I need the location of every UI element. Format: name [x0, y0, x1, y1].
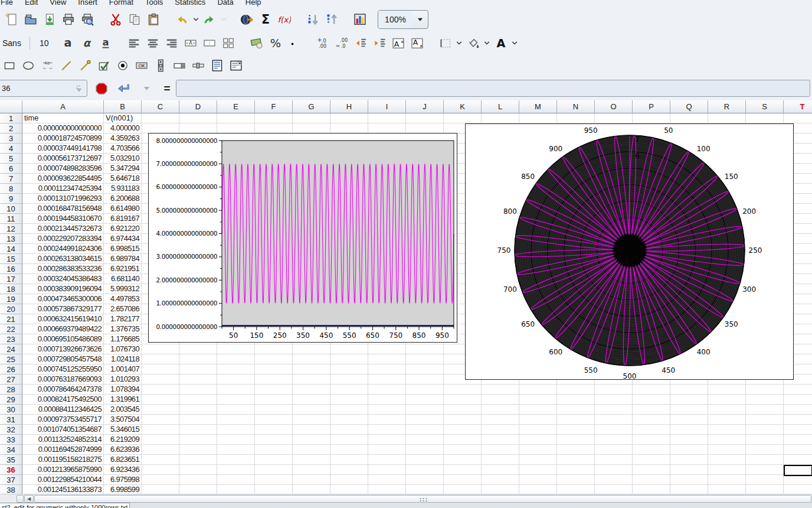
- sheet-cell[interactable]: [633, 385, 670, 395]
- scrollbar-thumb[interactable]: [34, 495, 811, 503]
- borders-dropdown-button[interactable]: [455, 34, 464, 52]
- sheet-cell[interactable]: [444, 415, 482, 425]
- sheet-cell[interactable]: [255, 375, 293, 385]
- cell-B29[interactable]: 1.319961: [104, 395, 142, 405]
- sheet-cell[interactable]: [217, 123, 255, 133]
- row-header-3[interactable]: 3: [0, 133, 22, 144]
- sheet-cell[interactable]: [595, 435, 633, 445]
- column-header-G[interactable]: G: [293, 100, 330, 113]
- cell-B3[interactable]: 4.359263: [104, 133, 142, 144]
- background-color-dropdown-button[interactable]: [483, 34, 492, 52]
- sheet-cell[interactable]: [217, 455, 255, 465]
- cell-B22[interactable]: 1.376735: [104, 324, 142, 334]
- cell-B6[interactable]: 5.347294: [104, 164, 142, 174]
- row-header-4[interactable]: 4: [0, 144, 22, 154]
- sheet-cell[interactable]: [179, 344, 217, 354]
- sheet-cell[interactable]: [330, 475, 368, 485]
- cell-B19[interactable]: 4.497853: [104, 294, 142, 304]
- cell-A22[interactable]: 0.000669379489422: [22, 324, 104, 334]
- cell-B18[interactable]: 5.999312: [104, 284, 142, 294]
- row-header-16[interactable]: 16: [0, 264, 22, 274]
- sheet-cell[interactable]: [746, 475, 784, 485]
- row-header-24[interactable]: 24: [0, 344, 22, 354]
- cell-B8[interactable]: 5.931183: [104, 184, 142, 194]
- sheet-cell[interactable]: [255, 344, 293, 354]
- cell-A29[interactable]: 0.000824175492500: [22, 395, 104, 405]
- row-header-2[interactable]: 2: [0, 123, 22, 133]
- font-name-selector[interactable]: Sans: [0, 38, 26, 48]
- sheet-cell[interactable]: [633, 475, 670, 485]
- menu-tools[interactable]: Tools: [139, 0, 169, 6]
- sheet-cell[interactable]: [595, 415, 633, 425]
- cell-reference-box[interactable]: 36: [0, 80, 87, 97]
- sheet-cell[interactable]: [368, 354, 406, 364]
- sheet-cell[interactable]: [519, 425, 557, 435]
- sheet-cell[interactable]: [670, 445, 708, 455]
- sheet-cell[interactable]: [368, 425, 406, 435]
- sheet-cell[interactable]: [708, 415, 746, 425]
- cell-B15[interactable]: 6.989784: [104, 254, 142, 264]
- sheet-cell[interactable]: [330, 405, 368, 415]
- cell-B16[interactable]: 6.921951: [104, 264, 142, 274]
- sheet-cell[interactable]: [708, 435, 746, 445]
- sheet-cell[interactable]: [142, 113, 179, 123]
- cell-B34[interactable]: 6.623936: [104, 445, 142, 455]
- sheet-cell[interactable]: [142, 465, 179, 475]
- column-header-I[interactable]: I: [368, 100, 406, 113]
- sheet-cell[interactable]: [406, 465, 444, 475]
- sheet-cell[interactable]: [519, 385, 557, 395]
- button-button[interactable]: OK: [132, 57, 151, 74]
- equals-button[interactable]: =: [158, 80, 176, 97]
- sheet-cell[interactable]: [406, 354, 444, 364]
- undo-button[interactable]: [172, 11, 191, 28]
- format-as-percentage-button[interactable]: %: [266, 34, 285, 52]
- sheet-cell[interactable]: [670, 415, 708, 425]
- sheet-cell[interactable]: [670, 395, 708, 405]
- sheet-cell[interactable]: [255, 465, 293, 475]
- cell-A11[interactable]: 0.000194458310670: [22, 214, 104, 224]
- sheet-cell[interactable]: [406, 455, 444, 465]
- line-button[interactable]: [57, 57, 76, 74]
- zoom-dropdown-arrow[interactable]: [412, 16, 428, 23]
- menu-insert[interactable]: Insert: [72, 0, 103, 6]
- cell-B20[interactable]: 2.657086: [104, 304, 142, 314]
- cell-B17[interactable]: 6.681140: [104, 274, 142, 284]
- sheet-cell[interactable]: [406, 364, 444, 375]
- sheet-cell[interactable]: [368, 344, 406, 354]
- horizontal-scrollbar[interactable]: ◀: [0, 494, 812, 503]
- menu-help[interactable]: Help: [240, 0, 267, 6]
- sort-ascending-button[interactable]: [322, 11, 341, 28]
- row-header-9[interactable]: 9: [0, 194, 22, 204]
- row-header-23[interactable]: 23: [0, 334, 22, 344]
- sheet-cell[interactable]: [519, 445, 557, 455]
- sheet-cell[interactable]: [557, 385, 595, 395]
- row-header-8[interactable]: 8: [0, 184, 22, 194]
- cell-A21[interactable]: 0.000632415619410: [22, 314, 104, 324]
- sheet-cell[interactable]: [406, 445, 444, 455]
- sheet-cell[interactable]: [293, 344, 330, 354]
- sheet-cell[interactable]: [330, 435, 368, 445]
- checkbox-button[interactable]: [94, 57, 113, 74]
- sheet-cell[interactable]: [255, 425, 293, 435]
- sheet-cell[interactable]: [406, 415, 444, 425]
- cell-A27[interactable]: 0.000763187669093: [22, 375, 104, 385]
- sheet-cell[interactable]: [293, 445, 330, 455]
- sheet-cell[interactable]: [482, 445, 519, 455]
- align-center-button[interactable]: [143, 34, 162, 52]
- cell-A6[interactable]: 0.000074898283596: [22, 164, 104, 174]
- sheet-cell[interactable]: [293, 395, 330, 405]
- frame-button[interactable]: Ab: [38, 57, 57, 74]
- row-header-31[interactable]: 31: [0, 415, 22, 425]
- sheet-cell[interactable]: [293, 465, 330, 475]
- background-color-button[interactable]: [464, 34, 483, 52]
- sheet-cell[interactable]: [217, 405, 255, 415]
- sheet-cell[interactable]: [784, 113, 812, 123]
- sheet-cell[interactable]: [708, 465, 746, 475]
- cell-A19[interactable]: 0.000473465300006: [22, 294, 104, 304]
- cell-B35[interactable]: 6.823651: [104, 455, 142, 465]
- row-header-6[interactable]: 6: [0, 164, 22, 174]
- sheet-cell[interactable]: [330, 344, 368, 354]
- column-header-C[interactable]: C: [142, 100, 179, 113]
- rectangle-button[interactable]: [0, 57, 19, 74]
- sheet-cell[interactable]: [708, 475, 746, 485]
